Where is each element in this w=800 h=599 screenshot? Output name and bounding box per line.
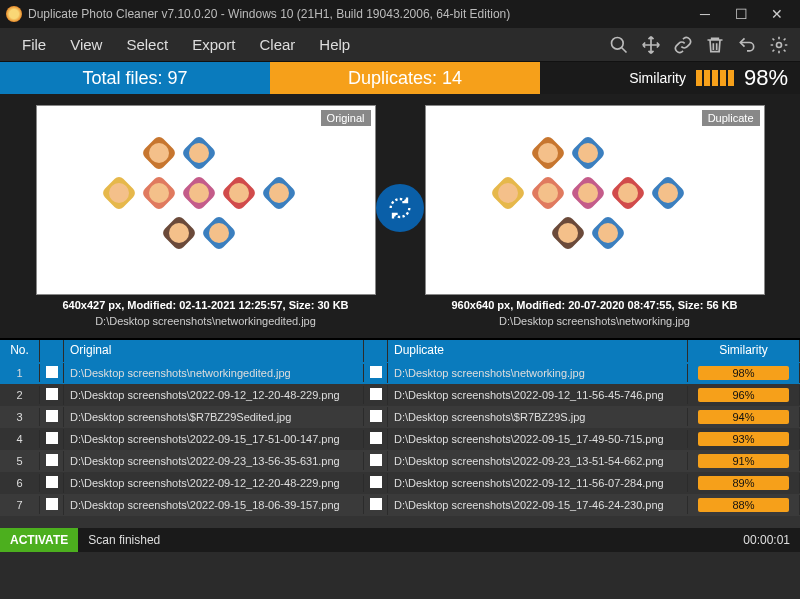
row-no: 2 xyxy=(0,386,40,404)
stat-similarity: Similarity 98% xyxy=(540,62,800,94)
elapsed-time: 00:00:01 xyxy=(733,533,800,547)
search-icon[interactable] xyxy=(608,34,630,56)
stats-bar: Total files: 97 Duplicates: 14 Similarit… xyxy=(0,62,800,94)
row-similarity: 91% xyxy=(688,451,800,471)
row-duplicate-path: D:\Desktop screenshots\2022-09-15_17-46-… xyxy=(388,496,688,514)
row-check-dup[interactable] xyxy=(364,473,388,493)
original-image[interactable]: Original xyxy=(36,105,376,295)
row-check-dup[interactable] xyxy=(364,407,388,427)
row-original-path: D:\Desktop screenshots\$R7BZ29Sedited.jp… xyxy=(64,408,364,426)
row-check-orig[interactable] xyxy=(40,451,64,471)
window-title: Duplicate Photo Cleaner v7.10.0.20 - Win… xyxy=(28,7,688,21)
col-similarity[interactable]: Similarity xyxy=(688,340,800,362)
row-original-path: D:\Desktop screenshots\2022-09-12_12-20-… xyxy=(64,386,364,404)
duplicate-image[interactable]: Duplicate xyxy=(425,105,765,295)
svg-point-0 xyxy=(612,37,624,49)
row-similarity: 89% xyxy=(688,473,800,493)
original-meta-line1: 640x427 px, Modified: 02-11-2021 12:25:5… xyxy=(62,299,348,311)
row-similarity: 98% xyxy=(688,363,800,383)
row-original-path: D:\Desktop screenshots\networkingedited.… xyxy=(64,364,364,382)
row-no: 6 xyxy=(0,474,40,492)
row-check-orig[interactable] xyxy=(40,495,64,515)
similarity-percent: 98% xyxy=(744,65,788,91)
table-header: No. Original Duplicate Similarity xyxy=(0,340,800,362)
menu-file[interactable]: File xyxy=(10,36,58,53)
row-no: 5 xyxy=(0,452,40,470)
minimize-button[interactable]: ─ xyxy=(688,3,722,25)
row-similarity: 94% xyxy=(688,407,800,427)
row-similarity: 93% xyxy=(688,429,800,449)
row-original-path: D:\Desktop screenshots\2022-09-23_13-56-… xyxy=(64,452,364,470)
results-table: No. Original Duplicate Similarity 1D:\De… xyxy=(0,338,800,528)
row-duplicate-path: D:\Desktop screenshots\$R7BZ29S.jpg xyxy=(388,408,688,426)
stat-duplicates: Duplicates: 14 xyxy=(270,62,540,94)
row-check-dup[interactable] xyxy=(364,429,388,449)
similarity-bars-icon xyxy=(696,70,734,86)
row-check-orig[interactable] xyxy=(40,429,64,449)
row-check-dup[interactable] xyxy=(364,451,388,471)
status-text: Scan finished xyxy=(78,533,733,547)
svg-point-2 xyxy=(777,42,782,47)
app-logo-icon xyxy=(6,6,22,22)
menu-help[interactable]: Help xyxy=(307,36,362,53)
row-original-path: D:\Desktop screenshots\2022-09-15_18-06-… xyxy=(64,496,364,514)
svg-line-1 xyxy=(622,47,627,52)
row-check-dup[interactable] xyxy=(364,385,388,405)
row-no: 1 xyxy=(0,364,40,382)
trash-icon[interactable] xyxy=(704,34,726,56)
menu-export[interactable]: Export xyxy=(180,36,247,53)
maximize-button[interactable]: ☐ xyxy=(724,3,758,25)
row-check-orig[interactable] xyxy=(40,473,64,493)
close-button[interactable]: ✕ xyxy=(760,3,794,25)
row-no: 4 xyxy=(0,430,40,448)
link-icon[interactable] xyxy=(672,34,694,56)
row-duplicate-path: D:\Desktop screenshots\networking.jpg xyxy=(388,364,688,382)
table-row[interactable]: 4D:\Desktop screenshots\2022-09-15_17-51… xyxy=(0,428,800,450)
row-similarity: 96% xyxy=(688,385,800,405)
status-bar: ACTIVATE Scan finished 00:00:01 xyxy=(0,528,800,552)
duplicate-meta-line1: 960x640 px, Modified: 20-07-2020 08:47:5… xyxy=(451,299,737,311)
preview-zone: Original 640x427 px, Modified: 02-11-202… xyxy=(0,94,800,338)
row-duplicate-path: D:\Desktop screenshots\2022-09-12_11-56-… xyxy=(388,474,688,492)
swap-button[interactable] xyxy=(376,184,424,232)
menu-bar: File View Select Export Clear Help xyxy=(0,28,800,62)
row-duplicate-path: D:\Desktop screenshots\2022-09-12_11-56-… xyxy=(388,386,688,404)
row-check-dup[interactable] xyxy=(364,495,388,515)
menu-select[interactable]: Select xyxy=(114,36,180,53)
row-check-orig[interactable] xyxy=(40,385,64,405)
undo-icon[interactable] xyxy=(736,34,758,56)
original-preview: Original 640x427 px, Modified: 02-11-202… xyxy=(20,105,391,327)
col-check-dup[interactable] xyxy=(364,340,388,362)
col-original[interactable]: Original xyxy=(64,340,364,362)
duplicate-meta-line2: D:\Desktop screenshots\networking.jpg xyxy=(499,315,690,327)
row-no: 3 xyxy=(0,408,40,426)
row-check-dup[interactable] xyxy=(364,363,388,383)
row-duplicate-path: D:\Desktop screenshots\2022-09-23_13-51-… xyxy=(388,452,688,470)
table-row[interactable]: 7D:\Desktop screenshots\2022-09-15_18-06… xyxy=(0,494,800,516)
row-original-path: D:\Desktop screenshots\2022-09-15_17-51-… xyxy=(64,430,364,448)
menu-view[interactable]: View xyxy=(58,36,114,53)
duplicate-preview: Duplicate 960x640 px, Modified: 20-07-20… xyxy=(409,105,780,327)
row-check-orig[interactable] xyxy=(40,407,64,427)
move-icon[interactable] xyxy=(640,34,662,56)
row-check-orig[interactable] xyxy=(40,363,64,383)
menu-clear[interactable]: Clear xyxy=(247,36,307,53)
row-original-path: D:\Desktop screenshots\2022-09-12_12-20-… xyxy=(64,474,364,492)
col-check-orig[interactable] xyxy=(40,340,64,362)
table-row[interactable]: 6D:\Desktop screenshots\2022-09-12_12-20… xyxy=(0,472,800,494)
table-row[interactable]: 2D:\Desktop screenshots\2022-09-12_12-20… xyxy=(0,384,800,406)
col-duplicate[interactable]: Duplicate xyxy=(388,340,688,362)
table-row[interactable]: 3D:\Desktop screenshots\$R7BZ29Sedited.j… xyxy=(0,406,800,428)
activate-button[interactable]: ACTIVATE xyxy=(0,528,78,552)
title-bar: Duplicate Photo Cleaner v7.10.0.20 - Win… xyxy=(0,0,800,28)
table-row[interactable]: 1D:\Desktop screenshots\networkingedited… xyxy=(0,362,800,384)
col-no[interactable]: No. xyxy=(0,340,40,362)
row-no: 7 xyxy=(0,496,40,514)
table-row[interactable]: 5D:\Desktop screenshots\2022-09-23_13-56… xyxy=(0,450,800,472)
row-similarity: 88% xyxy=(688,495,800,515)
original-meta-line2: D:\Desktop screenshots\networkingedited.… xyxy=(95,315,316,327)
gear-icon[interactable] xyxy=(768,34,790,56)
stat-total-files: Total files: 97 xyxy=(0,62,270,94)
row-duplicate-path: D:\Desktop screenshots\2022-09-15_17-49-… xyxy=(388,430,688,448)
